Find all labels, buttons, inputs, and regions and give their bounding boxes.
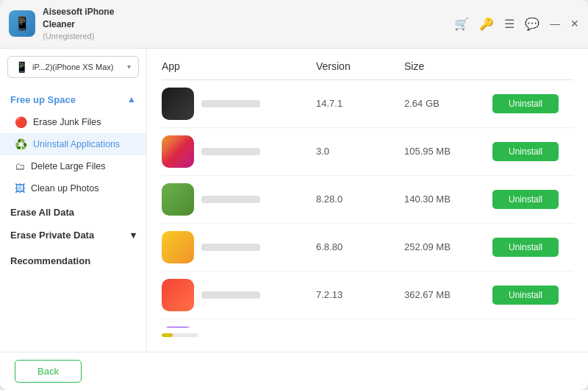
title-bar: 📱 Aiseesoft iPhone Cleaner (Unregistered… bbox=[0, 0, 588, 49]
close-button[interactable]: ✕ bbox=[570, 18, 579, 29]
erase-private-label: Erase Private Data bbox=[10, 230, 94, 241]
uninstall-button[interactable]: Uninstall bbox=[492, 142, 559, 161]
main-panel: App Version Size 14.7.1 2.64 GB Uninstal… bbox=[147, 49, 588, 352]
size-cell: 362.67 MB bbox=[404, 289, 492, 300]
erase-all-label: Erase All Data bbox=[10, 207, 74, 218]
progress-area bbox=[162, 327, 573, 340]
cleanup-icon: 🖼 bbox=[15, 182, 25, 194]
progress-bar-fill bbox=[162, 333, 173, 337]
uninstall-icon: ♻️ bbox=[15, 138, 27, 150]
uninstall-button[interactable]: Uninstall bbox=[492, 238, 559, 257]
app-name-blurred bbox=[201, 148, 260, 155]
app-logo: 📱 bbox=[9, 10, 35, 37]
app-name-blurred bbox=[201, 196, 260, 203]
delete-icon: 🗂 bbox=[15, 160, 25, 172]
app-icon-thumb bbox=[162, 231, 194, 263]
size-cell: 105.95 MB bbox=[404, 146, 492, 157]
version-cell: 7.2.13 bbox=[316, 289, 404, 300]
main-content: 📱 iP...2)(iPhone XS Max) ▾ Free up Space… bbox=[0, 49, 588, 352]
uninstall-label: Uninstall Applications bbox=[33, 139, 120, 149]
app-name-blurred bbox=[201, 244, 260, 251]
size-cell: 2.64 GB bbox=[404, 98, 492, 109]
uninstall-button[interactable]: Uninstall bbox=[492, 190, 559, 209]
minimize-button[interactable]: — bbox=[550, 18, 560, 29]
app-table: 14.7.1 2.64 GB Uninstall 3.0 105.95 MB U… bbox=[162, 80, 573, 327]
cart-icon[interactable]: 🛒 bbox=[454, 17, 469, 31]
app-name-blurred bbox=[201, 291, 260, 299]
delete-large-label: Delete Large Files bbox=[31, 161, 105, 171]
version-cell: 6.8.80 bbox=[316, 241, 404, 252]
menu-icon[interactable]: ☰ bbox=[504, 17, 514, 31]
app-icon-thumb bbox=[162, 279, 194, 311]
device-label: iP...2)(iPhone XS Max) bbox=[32, 63, 123, 71]
col-app-header: App bbox=[162, 60, 316, 72]
clean-photos-label: Clean up Photos bbox=[31, 183, 98, 194]
pin-icon[interactable]: 🔑 bbox=[479, 17, 494, 31]
app-info-cell bbox=[162, 88, 316, 120]
table-row: 3.0 105.95 MB Uninstall bbox=[162, 128, 573, 176]
sidebar-item-delete-large[interactable]: 🗂 Delete Large Files bbox=[0, 155, 146, 177]
size-cell: 252.09 MB bbox=[404, 241, 492, 252]
chevron-down-private-icon: ▾ bbox=[131, 230, 136, 241]
device-selector[interactable]: 📱 iP...2)(iPhone XS Max) ▾ bbox=[7, 56, 139, 78]
col-version-header: Version bbox=[316, 60, 404, 72]
title-bar-controls: 🛒 🔑 ☰ 💬 — ✕ bbox=[454, 17, 579, 31]
app-info-cell bbox=[162, 279, 316, 311]
app-name-blurred bbox=[201, 100, 260, 107]
erase-private-data-section[interactable]: Erase Private Data ▾ bbox=[0, 222, 146, 248]
app-window: 📱 Aiseesoft iPhone Cleaner (Unregistered… bbox=[0, 0, 588, 390]
collapse-arrow-icon: ▲ bbox=[127, 94, 136, 104]
table-row: 8.28.0 140.30 MB Uninstall bbox=[162, 176, 573, 224]
app-info-cell bbox=[162, 183, 316, 216]
recommendation-label: Recommendation bbox=[10, 255, 90, 266]
table-header: App Version Size bbox=[162, 60, 573, 80]
version-cell: 8.28.0 bbox=[316, 194, 404, 205]
version-cell: 14.7.1 bbox=[316, 98, 404, 109]
table-row: 14.7.1 2.64 GB Uninstall bbox=[162, 80, 573, 128]
erase-junk-label: Erase Junk Files bbox=[33, 117, 101, 127]
table-row: 9.21.1 1.28 GB Uninstall bbox=[162, 319, 573, 327]
app-info-cell bbox=[162, 135, 316, 168]
version-cell: 3.0 bbox=[316, 146, 404, 157]
sidebar: 📱 iP...2)(iPhone XS Max) ▾ Free up Space… bbox=[0, 49, 147, 352]
table-row: 7.2.13 362.67 MB Uninstall bbox=[162, 272, 573, 319]
progress-bar bbox=[162, 333, 198, 337]
sidebar-item-clean-photos[interactable]: 🖼 Clean up Photos bbox=[0, 177, 146, 199]
erase-icon: 🔴 bbox=[15, 116, 27, 128]
app-icon-thumb bbox=[162, 135, 194, 168]
erase-all-data-section[interactable]: Erase All Data bbox=[0, 199, 146, 222]
sidebar-item-uninstall-apps[interactable]: ♻️ Uninstall Applications bbox=[0, 133, 146, 155]
chat-icon[interactable]: 💬 bbox=[525, 17, 539, 31]
size-cell: 140.30 MB bbox=[404, 194, 492, 205]
free-up-space-section[interactable]: Free up Space ▲ bbox=[0, 88, 146, 111]
col-action-header bbox=[492, 60, 573, 72]
app-icon-thumb bbox=[162, 183, 194, 216]
table-row: 6.8.80 252.09 MB Uninstall bbox=[162, 224, 573, 272]
uninstall-button[interactable]: Uninstall bbox=[492, 94, 559, 113]
device-icon: 📱 bbox=[15, 61, 28, 73]
sidebar-item-erase-junk[interactable]: 🔴 Erase Junk Files bbox=[0, 111, 146, 133]
bottom-bar: Back bbox=[0, 352, 588, 390]
recommendation-section[interactable]: Recommendation bbox=[0, 248, 146, 271]
chevron-down-icon: ▾ bbox=[127, 63, 131, 71]
uninstall-button[interactable]: Uninstall bbox=[492, 286, 559, 305]
back-button[interactable]: Back bbox=[15, 360, 82, 383]
col-size-header: Size bbox=[404, 60, 492, 72]
app-icon-thumb bbox=[162, 88, 194, 120]
free-up-space-label: Free up Space bbox=[10, 94, 76, 105]
app-title: Aiseesoft iPhone Cleaner (Unregistered) bbox=[43, 6, 114, 42]
app-info-cell bbox=[162, 231, 316, 263]
title-bar-left: 📱 Aiseesoft iPhone Cleaner (Unregistered… bbox=[9, 6, 114, 42]
